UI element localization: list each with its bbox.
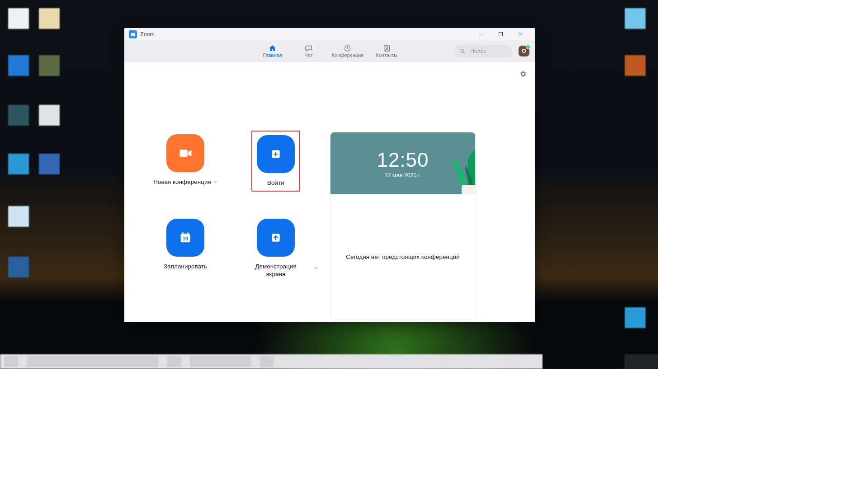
join-button[interactable]: Войти	[251, 131, 300, 192]
schedule-button[interactable]: 19 Запланировать	[164, 219, 207, 278]
desktop-icon	[8, 55, 29, 76]
desktop-icon	[39, 154, 60, 174]
maximize-button[interactable]	[491, 28, 510, 40]
title-bar[interactable]: Zoom	[124, 28, 535, 40]
svg-rect-9	[179, 150, 187, 157]
svg-text:19: 19	[183, 236, 188, 241]
desktop-icon	[8, 206, 29, 227]
share-icon	[257, 219, 295, 257]
action-label: Демонстрация экрана	[255, 263, 296, 278]
action-label: Войти	[267, 179, 284, 187]
zoom-logo-icon	[129, 30, 137, 38]
search-box[interactable]	[454, 45, 512, 57]
svg-point-6	[386, 47, 387, 49]
desktop-icon	[8, 8, 29, 29]
plant-decoration-icon	[445, 145, 476, 194]
nav-tab-label: Главная	[263, 52, 282, 58]
zoom-window: Zoom Главная	[124, 28, 535, 322]
share-screen-button[interactable]: Демонстрация экрана	[255, 219, 296, 278]
calendar-icon: 19	[166, 219, 204, 257]
profile-avatar[interactable]: O	[519, 46, 529, 56]
current-time: 12:50	[377, 149, 429, 171]
desktop-icon	[625, 55, 646, 76]
nav-tab-label: Контакты	[376, 52, 398, 58]
nav-bar: Главная Чат Конференции	[124, 40, 535, 62]
desktop-icon	[39, 105, 60, 126]
contacts-icon	[382, 44, 391, 52]
chevron-down-icon[interactable]	[314, 264, 318, 272]
desktop-icon	[8, 154, 29, 174]
nav-tab-label: Чат	[305, 52, 313, 58]
desktop-icon	[39, 55, 60, 76]
nav-tab-label: Конференции	[332, 52, 364, 58]
minimize-button[interactable]	[471, 28, 491, 40]
nav-tab-chat[interactable]: Чат	[296, 44, 322, 58]
search-icon	[460, 48, 466, 54]
search-input[interactable]	[469, 47, 507, 55]
nav-tab-meetings[interactable]: Конференции	[332, 44, 364, 58]
chat-icon	[305, 44, 313, 52]
system-tray[interactable]	[624, 354, 658, 369]
desktop-icon	[8, 257, 29, 277]
desktop-icon	[625, 307, 646, 328]
svg-rect-21	[462, 185, 476, 194]
svg-point-7	[461, 49, 464, 52]
plus-icon	[257, 135, 295, 173]
video-icon	[166, 134, 204, 172]
desktop-background: Zoom Главная	[0, 0, 658, 369]
action-label: Новая конференция	[153, 178, 211, 186]
desktop-icon	[625, 8, 646, 29]
chevron-down-icon[interactable]	[213, 178, 217, 186]
action-grid: Новая конференция Войти	[140, 134, 321, 278]
no-meetings-message: Сегодня нет предстоящих конференций	[346, 253, 460, 260]
clock-icon	[344, 44, 352, 52]
current-date: 12 мая 2020 г.	[385, 172, 421, 178]
clock-card: 12:50 12 мая 2020 г.	[330, 132, 475, 194]
window-title: Zoom	[140, 31, 155, 38]
nav-tab-contacts[interactable]: Контакты	[373, 44, 400, 58]
home-icon	[269, 44, 277, 52]
upcoming-panel: 12:50 12 мая 2020 г. Сегодня нет предсто…	[330, 132, 476, 319]
content-area: Новая конференция Войти	[124, 62, 535, 322]
close-button[interactable]	[510, 28, 530, 40]
svg-rect-1	[499, 33, 502, 36]
settings-button[interactable]	[519, 70, 527, 80]
new-meeting-button[interactable]: Новая конференция	[153, 134, 217, 192]
desktop-icon	[39, 8, 60, 29]
svg-line-8	[463, 52, 465, 53]
desktop-icon	[8, 105, 29, 126]
action-label: Запланировать	[164, 263, 207, 271]
taskbar[interactable]	[0, 354, 542, 369]
avatar-initial: O	[522, 48, 526, 54]
nav-tab-home[interactable]: Главная	[259, 44, 286, 58]
